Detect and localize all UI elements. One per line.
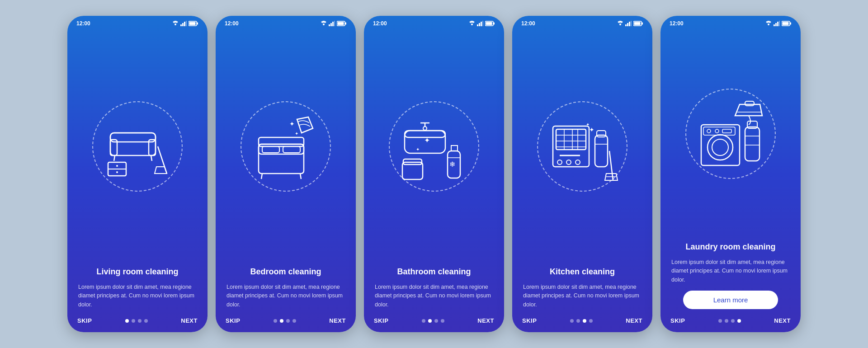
screens-container: 12:00 — [67, 16, 801, 332]
next-button[interactable]: NEXT — [626, 317, 642, 324]
bottom-nav: SKIPNEXT — [512, 313, 652, 332]
svg-rect-38 — [479, 23, 480, 26]
status-bar: 12:00 — [364, 16, 504, 28]
svg-rect-89 — [790, 23, 791, 25]
svg-rect-102 — [745, 101, 754, 106]
active-dot[interactable] — [125, 319, 129, 323]
svg-rect-87 — [779, 21, 780, 26]
svg-rect-22 — [332, 22, 334, 26]
bottom-nav: SKIPNEXT — [67, 313, 208, 332]
svg-rect-21 — [330, 23, 332, 26]
status-time: 12:00 — [521, 20, 535, 27]
card-content: Living room cleaningLorem ipsum dolor si… — [67, 259, 208, 313]
dots-row — [125, 319, 148, 323]
inactive-dot[interactable] — [422, 319, 425, 323]
inactive-dot[interactable] — [274, 319, 277, 323]
inactive-dot[interactable] — [589, 319, 593, 323]
svg-rect-2 — [182, 23, 184, 26]
svg-point-92 — [708, 135, 733, 160]
status-icons — [172, 21, 198, 26]
inactive-dot[interactable] — [441, 319, 444, 323]
svg-line-81 — [609, 151, 613, 180]
dots-row — [718, 319, 741, 323]
svg-rect-84 — [774, 24, 775, 26]
active-dot[interactable] — [737, 319, 741, 323]
skip-button[interactable]: SKIP — [374, 317, 388, 324]
svg-rect-27 — [259, 144, 304, 174]
svg-line-13 — [151, 155, 152, 161]
bottom-nav: SKIPNEXT — [216, 313, 356, 332]
card-content: Laundry room cleaningLorem ipsum dolor s… — [660, 235, 801, 313]
svg-rect-40 — [482, 21, 483, 26]
svg-point-56 — [619, 24, 621, 25]
active-dot[interactable] — [583, 319, 586, 323]
svg-rect-4 — [186, 21, 187, 26]
inactive-dot[interactable] — [434, 319, 438, 323]
svg-text:✦: ✦ — [416, 147, 420, 152]
bottom-nav: SKIPNEXT — [660, 313, 801, 332]
svg-rect-98 — [745, 127, 760, 161]
status-bar: 12:00 — [660, 16, 801, 28]
status-icons — [321, 21, 347, 26]
svg-point-75 — [576, 160, 580, 165]
svg-rect-26 — [338, 22, 344, 25]
learn-more-button[interactable]: Learn more — [683, 291, 778, 309]
inactive-dot[interactable] — [576, 319, 580, 323]
phone-frame-5: 12:00 — [660, 16, 801, 332]
svg-text:✦: ✦ — [295, 131, 298, 136]
svg-rect-43 — [486, 22, 492, 25]
inactive-dot[interactable] — [725, 319, 728, 323]
active-dot[interactable] — [280, 319, 283, 323]
svg-point-36 — [471, 24, 473, 25]
inactive-dot[interactable] — [286, 319, 290, 323]
dashed-circle — [92, 101, 183, 192]
card-body: Lorem ipsum dolor sit dim amet, mea regi… — [523, 283, 642, 309]
next-button[interactable]: NEXT — [774, 317, 791, 324]
svg-line-33 — [300, 174, 301, 179]
svg-rect-85 — [775, 23, 777, 26]
status-bar: 12:00 — [512, 16, 652, 28]
dots-row — [570, 319, 593, 323]
active-dot[interactable] — [428, 319, 432, 323]
inactive-dot[interactable] — [731, 319, 735, 323]
status-time: 12:00 — [373, 20, 387, 27]
skip-button[interactable]: SKIP — [670, 317, 685, 324]
next-button[interactable]: NEXT — [329, 317, 346, 324]
status-icons — [469, 21, 495, 26]
skip-button[interactable]: SKIP — [77, 317, 92, 324]
svg-rect-31 — [259, 137, 304, 146]
card-body: Lorem ipsum dolor sit dim amet, mea regi… — [78, 283, 197, 309]
svg-rect-30 — [283, 146, 300, 153]
svg-rect-77 — [597, 131, 606, 137]
svg-rect-60 — [631, 21, 632, 26]
phone-frame-3: 12:00 ✦ ✦ — [364, 16, 504, 332]
icon-area-bathroom: ✦ ✦ ❄ — [364, 28, 504, 259]
inactive-dot[interactable] — [570, 319, 574, 323]
svg-rect-63 — [634, 22, 641, 25]
card-content: Kitchen cleaningLorem ipsum dolor sit di… — [512, 259, 652, 313]
status-time: 12:00 — [76, 20, 90, 27]
svg-rect-1 — [180, 24, 182, 26]
svg-text:❄: ❄ — [449, 160, 455, 168]
svg-rect-7 — [189, 22, 196, 25]
inactive-dot[interactable] — [292, 319, 296, 323]
status-icons — [765, 21, 792, 26]
skip-button[interactable]: SKIP — [226, 317, 240, 324]
svg-text:✦: ✦ — [424, 136, 430, 144]
card-title: Bathroom cleaning — [375, 267, 493, 277]
next-button[interactable]: NEXT — [181, 317, 198, 324]
svg-rect-6 — [197, 23, 198, 25]
icon-area-living-room — [67, 28, 208, 259]
inactive-dot[interactable] — [132, 319, 135, 323]
next-button[interactable]: NEXT — [477, 317, 494, 324]
svg-text:✦: ✦ — [586, 122, 590, 127]
svg-rect-62 — [642, 23, 643, 25]
card-content: Bathroom cleaningLorem ipsum dolor sit d… — [364, 259, 504, 313]
svg-point-95 — [707, 129, 711, 133]
inactive-dot[interactable] — [138, 319, 142, 323]
icon-area-bedroom: ✦ ✦ — [216, 28, 356, 259]
inactive-dot[interactable] — [718, 319, 722, 323]
inactive-dot[interactable] — [144, 319, 148, 323]
skip-button[interactable]: SKIP — [522, 317, 537, 324]
svg-point-19 — [323, 24, 325, 25]
